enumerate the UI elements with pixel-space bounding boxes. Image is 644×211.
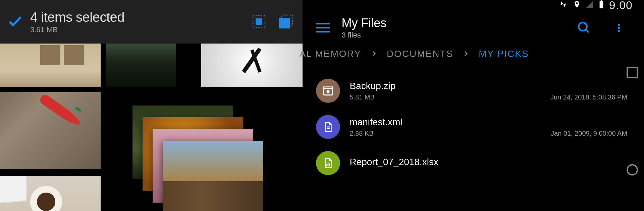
archive-icon [316, 79, 340, 103]
menu-button[interactable] [316, 23, 330, 32]
svg-rect-4 [599, 1, 603, 8]
file-name: Backup.zip [350, 81, 627, 91]
selection-title: 4 items selected [30, 10, 242, 25]
svg-rect-3 [279, 18, 290, 28]
selection-text: 4 items selected 3.61 MB [30, 10, 242, 34]
status-bar: 9.00 [303, 0, 644, 10]
breadcrumb-item[interactable]: DOCUMENTS [387, 49, 453, 59]
file-row[interactable]: manifest.xml 2.88 KB Jan 01, 2009, 9:00:… [316, 109, 627, 145]
search-button[interactable] [576, 19, 592, 36]
file-icon [316, 115, 340, 139]
chevron-right-icon [463, 49, 469, 59]
app-title: My Files [341, 16, 557, 30]
svg-point-10 [618, 30, 620, 32]
breadcrumb: AL MEMORY DOCUMENTS MY PICKS [303, 45, 644, 69]
select-inverse-button[interactable] [276, 12, 296, 32]
select-all-button[interactable] [249, 12, 269, 32]
nav-recent-button[interactable] [627, 67, 638, 78]
selection-size: 3.61 MB [30, 25, 242, 34]
svg-rect-1 [256, 18, 262, 25]
drag-stack[interactable] [132, 105, 300, 211]
svg-point-6 [579, 22, 587, 31]
stack-card [163, 141, 263, 211]
svg-point-9 [618, 26, 620, 28]
file-name: manifest.xml [350, 117, 627, 128]
gallery-thumb[interactable] [0, 92, 101, 169]
app-title-wrap: My Files 3 files [341, 16, 557, 40]
file-list: Backup.zip 5.81 MB Jun 24, 2018, 5:08:36… [303, 69, 644, 181]
gallery-panel: 4 items selected 3.61 MB [0, 0, 303, 211]
app-header: My Files 3 files [303, 10, 644, 45]
gallery-thumb[interactable] [0, 44, 101, 87]
svg-rect-5 [601, 0, 602, 1]
signal-icon [586, 0, 594, 10]
spreadsheet-icon [316, 151, 340, 175]
more-button[interactable] [610, 19, 627, 36]
file-date: Jan 01, 2009, 9:00:00 AM [551, 130, 627, 137]
files-panel: 9.00 My Files 3 files AL MEMORY DOCUMENT… [303, 0, 644, 211]
gallery-thumb[interactable] [106, 44, 176, 87]
status-clock: 9.00 [609, 0, 633, 12]
location-icon [573, 0, 581, 10]
breadcrumb-item[interactable]: AL MEMORY [299, 49, 361, 59]
gallery-grid[interactable] [0, 44, 303, 211]
file-size: 2.88 KB [350, 130, 373, 137]
svg-point-8 [618, 23, 620, 25]
selection-header: 4 items selected 3.61 MB [0, 0, 303, 44]
svg-line-7 [586, 29, 589, 32]
nav-home-button[interactable] [627, 164, 638, 175]
file-row[interactable]: Backup.zip 5.81 MB Jun 24, 2018, 5:08:36… [316, 73, 627, 109]
file-row[interactable]: Report_07_2018.xlsx [316, 145, 627, 181]
gallery-thumb[interactable] [0, 176, 101, 211]
chevron-right-icon [371, 49, 377, 59]
selection-check-icon[interactable] [7, 13, 23, 31]
file-size: 5.81 MB [350, 93, 374, 101]
file-name: Report_07_2018.xlsx [350, 157, 627, 167]
gallery-thumb[interactable] [201, 44, 303, 87]
app-subtitle: 3 files [341, 31, 557, 40]
activity-icon [558, 0, 568, 10]
file-date: Jun 24, 2018, 5:08:36 PM [550, 93, 627, 101]
battery-icon [598, 0, 604, 10]
breadcrumb-item-active[interactable]: MY PICKS [479, 49, 529, 59]
